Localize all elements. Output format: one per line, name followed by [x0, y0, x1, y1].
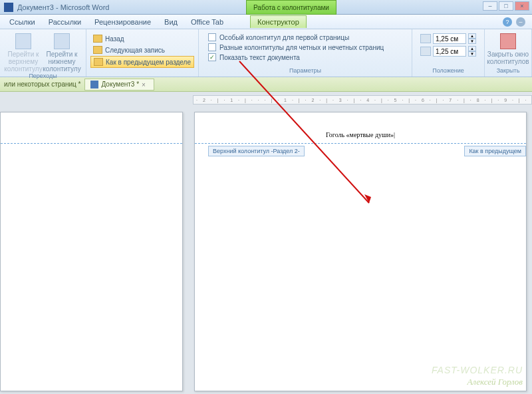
group-parameters-label: Параметры [203, 67, 408, 75]
spin-up[interactable]: ▲ [468, 33, 476, 39]
checkbox-odd-even[interactable]: Разные колонтитулы для четных и нечетных… [208, 43, 402, 51]
ribbon: Перейти к верхнему колонтитулу Перейти к… [0, 29, 532, 77]
watermark-site: FAST-WOLKER.RU [432, 365, 523, 375]
group-position-label: Положение [416, 67, 480, 75]
footer-icon [54, 33, 70, 49]
tab-office[interactable]: Office Tab [184, 16, 230, 28]
margin-bottom-icon [420, 47, 431, 56]
header-from-top[interactable]: ▲▼ [420, 33, 476, 44]
watermark-author: Алексей Горлов [467, 377, 523, 387]
spin-down[interactable]: ▼ [468, 39, 476, 44]
header-boundary [195, 143, 526, 144]
spin-down[interactable]: ▼ [468, 51, 476, 57]
tab-mailings[interactable]: Рассылки [42, 16, 88, 28]
arrow-down-icon [93, 46, 102, 54]
spin-up[interactable]: ▲ [468, 46, 476, 51]
help-icon[interactable]: ? [503, 17, 512, 27]
header-section-tag: Верхний колонтитул -Раздел 2- [208, 146, 305, 156]
link-to-previous-button[interactable]: Как в предыдущем разделе [90, 56, 194, 68]
header-text[interactable]: Гоголь «мертвые души» [195, 131, 526, 138]
word-doc-icon [90, 81, 98, 89]
footer-bottom-input[interactable] [433, 46, 466, 57]
page-previous[interactable] [0, 112, 183, 391]
horizontal-ruler[interactable]: · 2 · | · 1 · | · · · | · 1 · | · 2 · | … [193, 95, 532, 104]
arrow-up-icon [93, 35, 102, 43]
margin-top-icon [420, 34, 431, 43]
document-workspace: · 2 · | · 1 · | · · · | · 1 · | · 2 · | … [0, 92, 532, 394]
tab-review[interactable]: Рецензирование [88, 16, 158, 28]
word-icon [4, 3, 13, 12]
options-icon[interactable]: – [516, 17, 525, 27]
footer-from-bottom[interactable]: ▲▼ [420, 46, 476, 57]
checkbox-first-page[interactable]: Особый колонтитул для первой страницы [208, 33, 402, 41]
tab-designer[interactable]: Конструктор [250, 15, 307, 28]
title-bar: Документ3 - Microsoft Word Работа с коло… [0, 0, 532, 15]
goto-header-button: Перейти к верхнему колонтитулу [4, 31, 43, 73]
nav-back-button[interactable]: Назад [90, 33, 194, 44]
left-tab-fragment[interactable]: или некоторых страниц * [4, 81, 80, 88]
close-header-footer-button[interactable]: Закрыть окно колонтитулов [489, 31, 527, 65]
group-close-label: Закрыть [489, 67, 527, 75]
ribbon-tabs: Ссылки Рассылки Рецензирование Вид Offic… [0, 15, 532, 29]
checkbox-show-text[interactable]: ✓Показать текст документа [208, 53, 402, 61]
header-top-input[interactable] [433, 33, 466, 44]
group-transitions-label: Переходы [4, 73, 82, 81]
link-icon [94, 58, 103, 66]
contextual-tab-header: Работа с колонтитулами [246, 0, 336, 15]
header-icon [15, 33, 31, 49]
active-doc-tab[interactable]: Документ3 * × [84, 79, 154, 91]
minimize-button[interactable]: – [483, 1, 497, 11]
window-title: Документ3 - Microsoft Word [17, 3, 109, 11]
close-icon [500, 33, 516, 49]
goto-footer-button[interactable]: Перейти к нижнему колонтитулу [43, 31, 81, 73]
tab-references[interactable]: Ссылки [3, 16, 42, 28]
same-as-previous-tag: Как в предыдущем [464, 146, 526, 156]
close-tab-icon[interactable]: × [142, 81, 148, 88]
maximize-button[interactable]: □ [499, 1, 513, 11]
tab-view[interactable]: Вид [158, 16, 184, 28]
nav-next-button[interactable]: Следующая запись [90, 45, 194, 55]
page-current[interactable]: Гоголь «мертвые души» Верхний колонтитул… [194, 112, 527, 391]
close-window-button[interactable]: × [515, 1, 529, 11]
